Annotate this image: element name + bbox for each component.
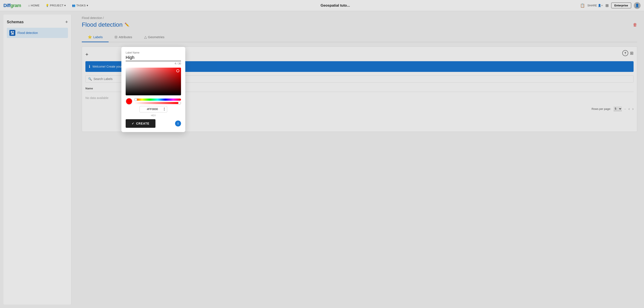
hex-row: ▲ ▼ (126, 106, 181, 112)
hex-arrow-down[interactable]: ▼ (163, 109, 165, 111)
sliders-col (134, 99, 181, 104)
hex-input-wrap: ▲ ▼ (140, 106, 167, 112)
label-name-label: Label Name (126, 51, 181, 54)
popup-info-icon[interactable]: i (175, 120, 181, 126)
color-gradient-canvas[interactable] (126, 68, 181, 95)
popup-counter: 4 / 30 (126, 62, 181, 65)
popup-footer: ✓ CREATE i (126, 119, 181, 128)
hex-arrows: ▲ ▼ (163, 107, 165, 111)
alpha-slider[interactable] (134, 102, 181, 104)
color-canvas-handle[interactable] (176, 69, 179, 72)
popup-overlay: Label Name 4 / 30 ▲ ▼ HEX (0, 0, 644, 308)
hue-slider[interactable] (134, 99, 181, 101)
label-create-popup: Label Name 4 / 30 ▲ ▼ HEX (122, 47, 185, 132)
create-button[interactable]: ✓ CREATE (126, 119, 156, 128)
checkmark-icon: ✓ (132, 122, 134, 125)
slider-row (126, 98, 181, 105)
hex-input[interactable] (142, 107, 163, 111)
label-name-input[interactable] (126, 55, 181, 61)
color-swatch (126, 98, 132, 105)
hex-label: HEX (126, 114, 181, 117)
